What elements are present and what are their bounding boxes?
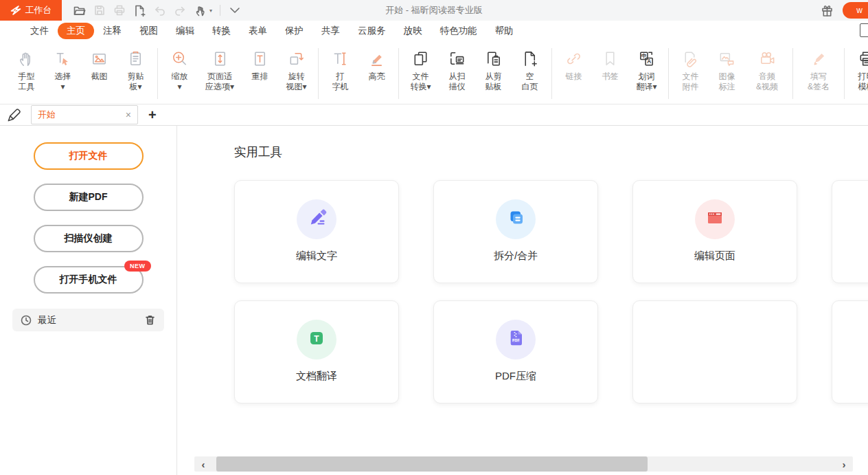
ribbon-toolbar: 手型工具 选择▾ 截图 剪贴板▾ 缩放▾ 页面适应选项▾ 重排 [0, 41, 868, 104]
ribbon-button-audio-video[interactable]: 音频&视频 [745, 47, 789, 92]
ribbon-button-file-attachment[interactable]: 文件附件 [672, 47, 709, 92]
link-icon [564, 47, 583, 68]
menu-item-edit[interactable]: 编辑 [167, 23, 203, 39]
edit-pencil-icon[interactable] [6, 107, 22, 123]
tab-label: 开始 [38, 109, 126, 121]
new-tab-button[interactable]: + [148, 108, 157, 122]
side-panel-icon-partial[interactable] [860, 23, 868, 37]
titlebar-right: w [821, 2, 868, 19]
ribbon-button-fill-sign[interactable]: 填写&签名 [797, 47, 841, 92]
tab-start[interactable]: 开始 × [31, 105, 138, 124]
menu-item-file[interactable]: 文件 [21, 23, 58, 39]
menu-item-cloud-service[interactable]: 云服务 [349, 23, 395, 39]
scroll-left-button[interactable]: ‹ [194, 459, 212, 470]
menu-item-home[interactable]: 主页 [58, 23, 94, 39]
pdf-compress-icon: PDF [504, 327, 527, 353]
sidebar-open-file-button[interactable]: 打开文件 [34, 142, 144, 170]
ribbon-button-clipboard[interactable]: 剪贴板▾ [117, 47, 154, 92]
card-split-merge[interactable]: 拆分/合并 [433, 180, 598, 283]
card-edit-text[interactable]: 编辑文字 [234, 180, 399, 283]
horizontal-scrollbar[interactable]: ‹ › [194, 456, 853, 472]
rotate-view-icon [287, 47, 306, 68]
ribbon-button-image-annotation[interactable]: 图像标注 [709, 47, 745, 92]
edit-pages-icon-circle [695, 199, 735, 239]
menu-bar: 文件 主页 注释 视图 编辑 转换 表单 保护 共享 云服务 放映 特色功能 帮… [0, 21, 868, 41]
hand-pointer-icon[interactable] [194, 4, 206, 16]
image-annotation-icon [718, 47, 736, 68]
section-title: 实用工具 [234, 144, 868, 160]
gift-icon[interactable] [821, 4, 834, 17]
ribbon-button-link[interactable]: 链接 [556, 47, 592, 82]
edit-text-pencil-icon [305, 206, 328, 232]
open-folder-icon[interactable] [73, 4, 86, 17]
menu-item-convert[interactable]: 转换 [203, 23, 240, 39]
ribbon-button-file-convert[interactable]: 文件转换▾ [402, 47, 439, 92]
menu-item-comment[interactable]: 注释 [94, 23, 130, 39]
ribbon-button-blank-page[interactable]: 空白页 [512, 47, 548, 92]
tools-grid: 编辑文字 拆分/合并 编辑页面 [234, 180, 868, 404]
ribbon-button-rotate-view[interactable]: 旋转视图▾ [278, 47, 315, 92]
ribbon-button-bookmark[interactable]: 书签 [592, 47, 628, 82]
recent-row[interactable]: 最近 [12, 309, 164, 331]
card-doc-translate[interactable]: T 文档翻译 [234, 300, 399, 404]
menu-item-view[interactable]: 视图 [130, 23, 167, 39]
card-partial-2[interactable] [832, 300, 868, 404]
save-icon[interactable] [93, 4, 106, 16]
app-window: 工作台 ▾ [0, 0, 868, 475]
menu-item-present[interactable]: 放映 [395, 23, 431, 39]
ribbon-button-select[interactable]: 选择▾ [45, 47, 81, 92]
tab-close-icon[interactable]: × [126, 110, 131, 120]
scroll-right-button[interactable]: › [835, 459, 853, 470]
fit-page-options-icon [211, 47, 229, 68]
menu-item-help[interactable]: 帮助 [486, 23, 523, 39]
ribbon-button-hand-tool[interactable]: 手型工具 [8, 47, 45, 92]
card-partial-1[interactable] [632, 300, 797, 404]
ribbon-button-from-clipboard[interactable]: 从剪贴板 [475, 47, 512, 92]
card-pdf-to-word[interactable]: W PDF转Word [832, 180, 868, 283]
ribbon-button-word-translate[interactable]: 中A 划词翻译▾ [628, 47, 665, 92]
clock-icon [21, 315, 32, 326]
card-label: 编辑文字 [296, 250, 337, 263]
scroll-track[interactable] [212, 456, 835, 472]
snapshot-icon [90, 47, 108, 68]
ribbon-group-divider [318, 48, 319, 99]
menu-item-form[interactable]: 表单 [240, 23, 276, 39]
undo-icon[interactable] [154, 4, 166, 16]
workspace-button[interactable]: 工作台 [0, 0, 62, 21]
menu-item-featured[interactable]: 特色功能 [431, 23, 486, 39]
ribbon-button-reflow[interactable]: 重排 [242, 47, 278, 82]
card-label: PDF压缩 [495, 370, 536, 383]
menu-item-protect[interactable]: 保护 [276, 23, 312, 39]
foxit-logo-icon [10, 5, 21, 16]
menu-item-share[interactable]: 共享 [312, 23, 349, 39]
upgrade-pill-button[interactable]: w [843, 2, 868, 19]
sidebar-open-mobile-file-button[interactable]: 打开手机文件 NEW [34, 266, 144, 294]
hand-pointer-dropdown-arrow[interactable]: ▾ [209, 8, 212, 14]
svg-text:T: T [314, 334, 319, 344]
scroll-thumb[interactable] [216, 456, 648, 472]
card-edit-pages[interactable]: 编辑页面 [632, 180, 797, 283]
typewriter-icon [331, 47, 350, 68]
highlight-icon [367, 47, 386, 68]
new-document-icon[interactable] [133, 4, 146, 17]
svg-text:A: A [647, 58, 651, 65]
ribbon-button-typewriter[interactable]: 打字机 [322, 47, 358, 92]
doc-translate-icon-circle: T [297, 320, 336, 360]
ribbon-group-divider [844, 48, 845, 99]
customize-chevron-icon[interactable] [228, 5, 242, 16]
sidebar-scanner-create-button[interactable]: 扫描仪创建 [34, 225, 144, 252]
card-pdf-compress[interactable]: PDF PDF压缩 [433, 300, 598, 404]
redo-icon[interactable] [174, 4, 186, 16]
blank-page-icon [521, 47, 539, 68]
ribbon-button-print-template[interactable]: 打印模板 [848, 47, 868, 92]
ribbon-button-from-scanner[interactable]: 从扫描仪 [439, 47, 475, 92]
ribbon-button-zoom[interactable]: 缩放▾ [161, 47, 198, 92]
ribbon-button-highlight[interactable]: 高亮 [358, 47, 395, 82]
zoom-icon [170, 47, 189, 68]
print-icon[interactable] [113, 4, 126, 16]
ribbon-button-snapshot[interactable]: 截图 [81, 47, 117, 82]
trash-icon[interactable] [144, 314, 156, 326]
sidebar-new-pdf-button[interactable]: 新建PDF [34, 184, 144, 211]
body: 打开文件 新建PDF 扫描仪创建 打开手机文件 NEW 最近 [0, 126, 868, 475]
ribbon-button-fit-page-options[interactable]: 页面适应选项▾ [198, 47, 242, 92]
